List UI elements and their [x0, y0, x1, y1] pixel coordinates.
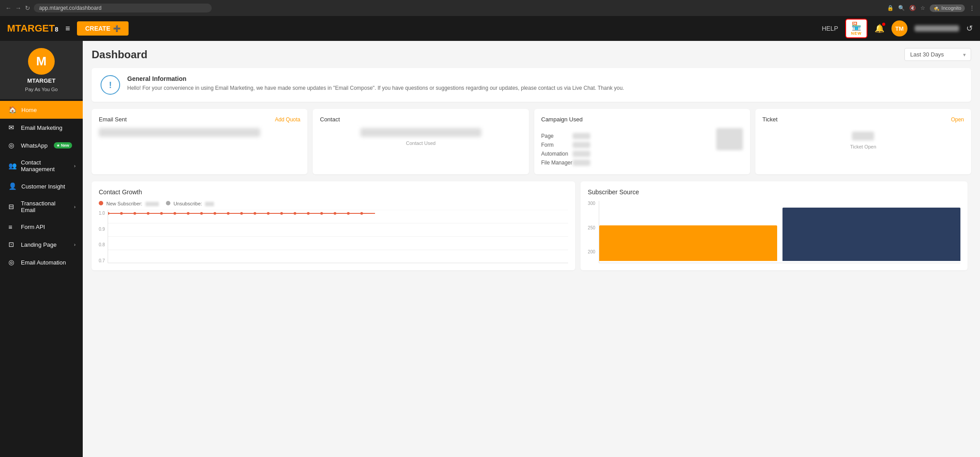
- bar-chart: [599, 201, 960, 263]
- ticket-open-link[interactable]: Open: [951, 116, 964, 123]
- sidebar-item-whatsapp[interactable]: ◎ WhatsApp ★ New: [0, 136, 83, 154]
- svg-point-21: [334, 212, 336, 215]
- campaign-chart-blur: [716, 128, 743, 150]
- campaign-item-form: Form: [541, 140, 590, 149]
- create-label: CREATE: [85, 25, 110, 32]
- email-sent-title: Email Sent: [99, 116, 127, 123]
- help-text[interactable]: HELP: [822, 25, 838, 32]
- bar-y-label: 250: [588, 225, 595, 230]
- contact-title: Contact: [320, 116, 340, 123]
- logo: MTARGET8: [7, 23, 58, 34]
- legend-new-subscriber: New Subscriber:: [99, 201, 159, 206]
- landing-icon: ⊡: [8, 241, 16, 249]
- svg-point-13: [227, 212, 230, 215]
- bar-navy-2: [782, 208, 960, 261]
- main-layout: M MTARGET Pay As You Go 🏠 Home ✉ Email M…: [0, 41, 980, 457]
- nav-forward-button[interactable]: →: [15, 4, 21, 12]
- campaign-header: Campaign Used: [541, 116, 743, 123]
- svg-point-14: [240, 212, 243, 215]
- nav-refresh-button[interactable]: ↻: [25, 4, 30, 12]
- contact-card: Contact Contact Used: [313, 109, 528, 174]
- bar-y-label: 200: [588, 249, 595, 254]
- notification-bell[interactable]: 🔔: [875, 24, 884, 33]
- svg-point-20: [320, 212, 323, 215]
- campaign-item-value: [573, 142, 590, 148]
- star-icon: ★: [56, 144, 60, 148]
- nav-back-button[interactable]: ←: [5, 4, 12, 12]
- svg-point-22: [347, 212, 350, 215]
- date-filter-select[interactable]: Last 30 Days Last 7 Days Last 90 Days: [904, 48, 971, 61]
- chevron-right-icon: ›: [74, 204, 76, 209]
- contacts-icon: 👥: [8, 162, 16, 170]
- browser-bar: ← → ↻ app.mtarget.co/dashboard 🔒 🔍 🔇 ☆ 🕵…: [0, 0, 980, 16]
- notification-dot: [882, 23, 885, 26]
- charts-row: Contact Growth New Subscriber: Unsubscri…: [92, 181, 971, 270]
- transactional-icon: ⊟: [8, 203, 16, 211]
- sidebar-item-contact-management[interactable]: 👥 Contact Management ›: [0, 154, 83, 177]
- svg-point-9: [173, 212, 176, 215]
- create-button[interactable]: CREATE ➕: [77, 21, 129, 36]
- y-axis-labels: 1.0 0.9 0.8 0.7: [99, 210, 105, 263]
- contact-value: [360, 128, 481, 137]
- browser-icons: 🔒 🔍 🔇 ☆ 🕵 Incognito ⋮: [887, 4, 975, 12]
- svg-point-16: [267, 212, 270, 215]
- profile-avatar: M: [28, 48, 55, 75]
- line-chart-svg: [108, 210, 568, 263]
- profile-plan: Pay As You Go: [25, 87, 57, 92]
- home-icon: 🏠: [8, 106, 17, 114]
- new-feature-button[interactable]: 🏪 NEW: [845, 19, 867, 38]
- svg-point-12: [214, 212, 216, 215]
- reload-icon[interactable]: ↺: [966, 24, 973, 33]
- svg-point-11: [200, 212, 203, 215]
- bar-group-2: [782, 208, 960, 261]
- y-label: 0.9: [99, 227, 105, 232]
- profile-name: MTARGET: [27, 77, 55, 84]
- new-pill: ★ New: [54, 142, 72, 148]
- content-area: Dashboard Last 30 Days Last 7 Days Last …: [83, 41, 980, 457]
- campaign-item-value: [573, 151, 590, 157]
- sidebar-item-landing-page[interactable]: ⊡ Landing Page ›: [0, 236, 83, 253]
- info-icon: !: [101, 75, 120, 95]
- contact-growth-card: Contact Growth New Subscriber: Unsubscri…: [92, 181, 575, 270]
- bar-orange-1: [599, 225, 777, 261]
- bar-y-axis: 300 250 200: [588, 201, 595, 263]
- subscriber-source-title: Subscriber Source: [588, 188, 960, 196]
- bar-group-1: [599, 225, 777, 261]
- y-label: 1.0: [99, 211, 105, 216]
- campaign-item-label: Automation: [541, 151, 569, 157]
- sidebar-item-label: Contact Management: [21, 159, 69, 172]
- campaign-item-filemanager: File Manager: [541, 158, 590, 167]
- browser-icon-mute: 🔇: [909, 5, 916, 11]
- y-label: 0.8: [99, 242, 105, 247]
- stats-row: Email Sent Add Quota Contact Contact Use…: [92, 109, 971, 174]
- sidebar-item-email-marketing[interactable]: ✉ Email Marketing: [0, 119, 83, 136]
- chevron-right-icon: ›: [74, 242, 76, 247]
- sidebar: M MTARGET Pay As You Go 🏠 Home ✉ Email M…: [0, 41, 83, 457]
- legend-unsubscribe: Unsubscribe:: [166, 201, 214, 206]
- hamburger-button[interactable]: ≡: [65, 24, 70, 33]
- contact-growth-title: Contact Growth: [99, 188, 568, 196]
- form-icon: ≡: [8, 223, 16, 231]
- sidebar-item-home[interactable]: 🏠 Home: [0, 101, 83, 119]
- sidebar-item-email-automation[interactable]: ◎ Email Automation: [0, 253, 83, 271]
- sidebar-item-label: Email Marketing: [21, 124, 62, 131]
- ticket-value: [852, 132, 874, 140]
- logo-text: MTARGET: [7, 23, 55, 34]
- url-bar: app.mtarget.co/dashboard: [34, 4, 212, 12]
- campaign-item-automation: Automation: [541, 149, 590, 158]
- svg-point-6: [133, 212, 136, 215]
- sidebar-item-customer-insight[interactable]: 👤 Customer Insight: [0, 177, 83, 195]
- y-label: 0.7: [99, 258, 105, 263]
- sidebar-item-label: WhatsApp: [21, 142, 48, 149]
- info-content: General Information Hello! For your conv…: [127, 75, 624, 92]
- sidebar-item-transactional-email[interactable]: ⊟ Transactional Email ›: [0, 195, 83, 218]
- email-sent-header: Email Sent Add Quota: [99, 116, 300, 123]
- add-quota-link[interactable]: Add Quota: [275, 116, 300, 123]
- content-header: Dashboard Last 30 Days Last 7 Days Last …: [92, 48, 971, 61]
- sidebar-item-form-api[interactable]: ≡ Form API: [0, 218, 83, 236]
- sidebar-item-label: Form API: [21, 224, 45, 230]
- user-avatar[interactable]: TM: [891, 20, 907, 36]
- svg-point-23: [360, 212, 363, 215]
- campaign-title: Campaign Used: [541, 116, 583, 123]
- svg-point-19: [307, 212, 310, 215]
